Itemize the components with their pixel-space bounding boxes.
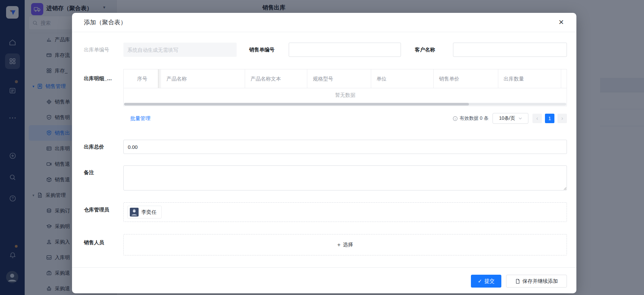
valid-count: 有效数据 0 条	[453, 115, 488, 121]
screen: … ? 进销存（聚合表） ▾ 产品库	[0, 0, 644, 295]
column-header-price: 销售单价	[434, 69, 498, 88]
total-price-label: 出库总价	[84, 144, 104, 150]
column-header-product-text: 产品名称文本	[245, 69, 307, 88]
sales-person-label: 销售人员	[84, 240, 104, 246]
subform-h-scrollbar-thumb[interactable]	[124, 103, 469, 106]
empty-state-text: 暂无数据	[124, 88, 567, 102]
save-and-continue-button[interactable]: 保存并继续添加	[506, 275, 567, 288]
next-page-button[interactable]: ›	[557, 114, 567, 123]
subform-empty-body: 暂无数据	[124, 88, 567, 106]
current-page-button[interactable]: 1	[545, 114, 554, 123]
close-icon[interactable]: ×	[556, 17, 566, 27]
pager-buttons: ‹ 1 ›	[532, 114, 567, 123]
plus-icon: +	[337, 242, 341, 248]
document-icon	[515, 279, 520, 284]
outbound-no-input	[123, 43, 237, 57]
outbound-no-label: 出库单编号	[84, 47, 109, 53]
prev-page-button[interactable]: ‹	[532, 114, 542, 123]
column-header-product: 产品名称	[161, 69, 245, 88]
sales-no-label: 销售单编号	[249, 47, 275, 53]
chevron-down-icon	[519, 117, 522, 119]
column-header-spec: 规格型号	[307, 69, 371, 88]
subform-pagination: 有效数据 0 条 10条/页 ‹ 1 ›	[453, 113, 567, 124]
subform-table: 序号 产品名称 产品名称文本 规格型号 单位 销售单价 出库数量 暂无数据	[123, 69, 567, 106]
dialog-header: 添加（聚合表） ×	[72, 13, 576, 32]
warehouse-manager-label: 仓库管理员	[84, 207, 109, 213]
remark-textarea[interactable]	[123, 165, 567, 190]
subform-header-row: 序号 产品名称 产品名称文本 规格型号 单位 销售单价 出库数量	[124, 69, 567, 88]
batch-manage-link[interactable]: 批量管理	[130, 115, 150, 122]
customer-name-label: 客户名称	[415, 47, 435, 53]
subform-label: 出库明细_…	[84, 75, 112, 82]
remark-label: 备注	[84, 169, 94, 176]
column-header-filler	[561, 69, 567, 88]
page-size-select[interactable]: 10条/页	[493, 113, 528, 124]
add-record-dialog: 添加（聚合表） × 出库单编号 销售单编号 客户名称 出库明细_… 序号 产品名…	[72, 13, 576, 293]
customer-name-input[interactable]	[453, 43, 567, 57]
sales-person-field[interactable]: + 选择	[123, 234, 567, 255]
check-icon: ✓	[478, 278, 482, 284]
subform-h-scrollbar[interactable]	[124, 103, 566, 106]
sales-no-input[interactable]	[289, 43, 401, 57]
column-header-qty: 出库数量	[498, 69, 561, 88]
info-icon	[453, 116, 458, 121]
subform-toolbar: 批量管理 有效数据 0 条 10条/页 ‹ 1 ›	[123, 113, 567, 124]
total-price-input[interactable]	[123, 140, 567, 154]
warehouse-manager-field[interactable]: 李奕任	[123, 202, 567, 222]
column-header-seq: 序号	[124, 69, 161, 88]
column-header-unit: 单位	[371, 69, 434, 88]
dialog-title: 添加（聚合表）	[84, 13, 126, 32]
footer-divider	[72, 267, 576, 268]
member-chip[interactable]: 李奕任	[127, 206, 162, 219]
member-avatar	[130, 208, 139, 217]
member-select-button[interactable]: + 选择	[124, 234, 567, 255]
submit-button[interactable]: ✓ 提交	[471, 275, 501, 288]
member-name: 李奕任	[141, 209, 157, 215]
